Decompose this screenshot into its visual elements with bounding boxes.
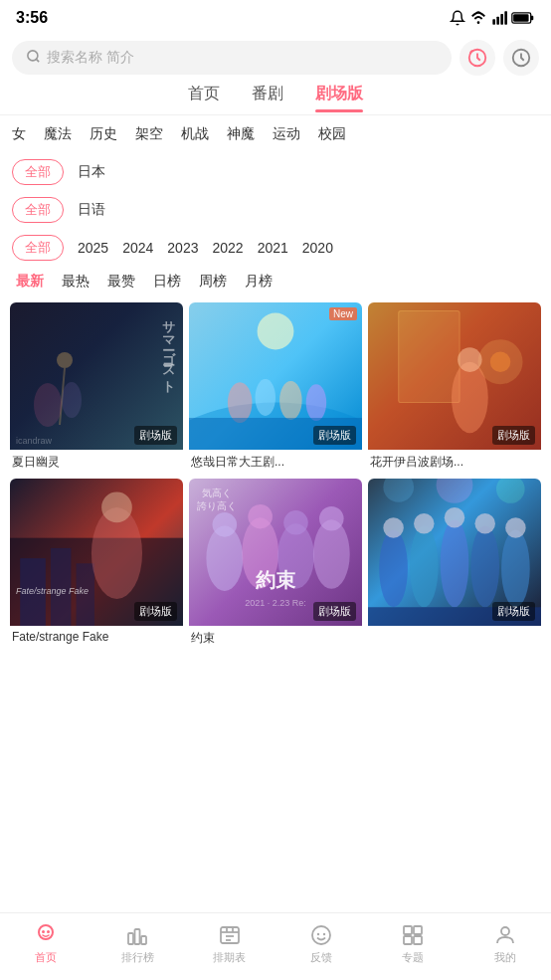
card6-title: [368, 626, 541, 632]
status-icons: [450, 10, 535, 26]
region-option-0[interactable]: 日本: [78, 163, 105, 181]
status-bar: 3:56: [0, 0, 551, 36]
tab-theater[interactable]: 剧场版: [315, 84, 363, 110]
nav-item-home[interactable]: 首页: [0, 923, 92, 965]
card-4[interactable]: Fate/strange Fake 剧场版 Fate/strange Fake: [10, 479, 183, 649]
feedback-nav-icon: [309, 923, 333, 947]
card2-label: 剧场版: [313, 426, 356, 445]
svg-rect-62: [141, 936, 146, 944]
nav-item-topics[interactable]: 专题: [367, 923, 459, 965]
genre-tag-4[interactable]: 机战: [181, 125, 209, 143]
svg-point-27: [452, 362, 488, 434]
region-all-btn[interactable]: 全部: [12, 159, 64, 185]
year-option-2[interactable]: 2023: [167, 240, 198, 256]
lang-option-0[interactable]: 日语: [78, 201, 105, 219]
svg-point-52: [470, 525, 499, 607]
card4-title: Fate/strange Fake: [10, 626, 183, 646]
nav-item-mine[interactable]: 我的: [459, 923, 551, 965]
sort-liked[interactable]: 最赞: [107, 273, 135, 291]
sort-daily[interactable]: 日榜: [153, 273, 181, 291]
mine-nav-icon: [493, 923, 517, 947]
svg-rect-7: [513, 14, 528, 22]
svg-rect-3: [500, 14, 503, 25]
sort-monthly[interactable]: 月榜: [245, 273, 273, 291]
svg-point-47: [383, 517, 403, 537]
nav-item-topics-label: 专题: [402, 950, 424, 965]
genre-tag-5[interactable]: 神魔: [227, 125, 255, 143]
genre-tag-7[interactable]: 校园: [318, 125, 346, 143]
svg-rect-6: [531, 16, 534, 20]
svg-point-58: [42, 930, 45, 933]
sort-weekly[interactable]: 周榜: [199, 273, 227, 291]
nav-item-feedback-label: 反馈: [310, 950, 332, 965]
schedule-nav-icon: [218, 923, 242, 947]
svg-rect-75: [414, 936, 422, 944]
lang-all-btn[interactable]: 全部: [12, 197, 64, 223]
search-placeholder: 搜索名称 简介: [47, 49, 134, 67]
topics-nav-icon: [401, 923, 425, 947]
history-icon-btn[interactable]: [459, 40, 495, 76]
svg-point-34: [101, 492, 132, 523]
signal-icon: [491, 10, 507, 26]
year-option-3[interactable]: 2022: [212, 240, 243, 256]
card-1[interactable]: サマーゴースト icandraw 剧场版 夏日幽灵: [10, 302, 183, 473]
home-nav-icon: [34, 923, 58, 947]
svg-point-18: [228, 382, 253, 423]
genre-tag-1[interactable]: 魔法: [44, 125, 72, 143]
genre-tag-3[interactable]: 架空: [135, 125, 163, 143]
svg-point-20: [279, 381, 302, 420]
year-filter-row: 全部 2025 2024 2023 2022 2021 2020: [0, 229, 551, 267]
svg-point-44: [437, 479, 473, 503]
year-option-4[interactable]: 2021: [258, 240, 288, 256]
svg-point-17: [258, 313, 294, 350]
svg-rect-73: [414, 926, 422, 934]
svg-point-71: [323, 932, 325, 934]
svg-point-36: [213, 512, 238, 537]
svg-point-21: [306, 384, 326, 421]
nav-item-schedule[interactable]: 排期表: [184, 923, 276, 965]
svg-point-49: [414, 513, 434, 533]
notification-icon: [450, 10, 465, 26]
genre-tag-6[interactable]: 运动: [273, 125, 300, 143]
genre-tag-0[interactable]: 女: [12, 125, 26, 143]
svg-point-50: [441, 519, 469, 607]
year-all-btn[interactable]: 全部: [12, 235, 64, 261]
year-option-0[interactable]: 2025: [78, 240, 108, 256]
card1-title: 夏日幽灵: [10, 450, 183, 473]
svg-rect-24: [399, 310, 459, 402]
svg-point-38: [248, 504, 273, 529]
genre-tag-2[interactable]: 历史: [90, 125, 117, 143]
search-bar[interactable]: 搜索名称 简介: [12, 41, 452, 75]
nav-item-feedback[interactable]: 反馈: [276, 923, 367, 965]
nav-item-home-label: 首页: [35, 950, 57, 965]
tab-bangumi[interactable]: 番剧: [252, 84, 283, 110]
svg-rect-61: [135, 929, 140, 944]
card-3[interactable]: 剧场版 花开伊吕波剧场...: [368, 302, 541, 473]
year-option-5[interactable]: 2020: [302, 240, 333, 256]
sort-latest[interactable]: 最新: [16, 273, 44, 291]
svg-rect-2: [496, 17, 499, 25]
svg-point-70: [317, 932, 319, 934]
lang-filter-row: 全部 日语: [0, 191, 551, 229]
svg-point-46: [379, 529, 408, 607]
svg-point-42: [319, 506, 344, 531]
nav-item-schedule-label: 排期表: [213, 950, 246, 965]
svg-point-8: [28, 51, 38, 61]
tab-home[interactable]: 首页: [188, 84, 220, 110]
year-option-1[interactable]: 2024: [122, 240, 153, 256]
genre-filter-row: 女 魔法 历史 架空 机战 神魔 运动 校园: [0, 115, 551, 153]
nav-item-ranking[interactable]: 排行榜: [92, 923, 183, 965]
card-2[interactable]: New 剧场版 悠哉日常大王剧...: [189, 302, 362, 473]
svg-point-28: [458, 347, 482, 372]
sort-row: 最新 最热 最赞 日榜 周榜 月榜: [0, 267, 551, 296]
sort-hot[interactable]: 最热: [62, 273, 90, 291]
card5-label: 剧场版: [313, 602, 356, 621]
clock-icon-btn[interactable]: [503, 40, 539, 76]
top-nav: 首页 番剧 剧场版: [0, 76, 551, 115]
svg-point-26: [490, 351, 510, 371]
svg-point-15: [62, 382, 82, 418]
svg-point-0: [477, 21, 480, 24]
card-5[interactable]: 気高く 誇り高く 約束 2021 · 2.23 Re: 剧场版 约束: [189, 479, 362, 649]
region-filter-row: 全部 日本: [0, 153, 551, 191]
card-6[interactable]: 剧场版: [368, 479, 541, 649]
